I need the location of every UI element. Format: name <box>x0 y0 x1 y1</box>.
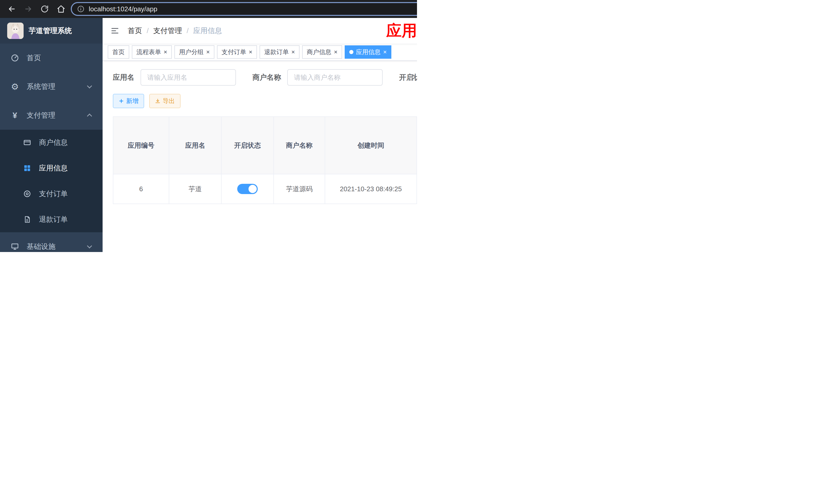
cell-app-id: 6 <box>113 174 169 204</box>
tab-close-icon[interactable] <box>383 49 387 55</box>
sidebar-item-label: 基础设施 <box>27 242 56 251</box>
plus-icon <box>118 98 124 104</box>
ring-icon <box>23 190 32 198</box>
app-name-input[interactable] <box>140 69 236 86</box>
sidebar-item-label: 首页 <box>27 53 41 63</box>
tab-close-icon[interactable] <box>334 49 337 55</box>
merchant-name-label: 商户名称 <box>253 72 281 82</box>
tab-close-icon[interactable] <box>163 49 167 55</box>
tab-label: 用户分组 <box>179 48 204 56</box>
merchant-name-input[interactable] <box>287 69 382 86</box>
status-toggle[interactable] <box>237 184 258 194</box>
page-content: 应用名 商户名称 开启状态 请选择开启状态 搜索 重置 <box>103 61 417 252</box>
cell-app-name: 芋道 <box>169 174 222 204</box>
table-row: 6 芋道 芋道源码 2021-10-23 08:49:25 <box>113 174 417 204</box>
col-app-name: 应用名 <box>169 117 222 174</box>
yen-icon <box>10 111 20 119</box>
tab-user-group[interactable]: 用户分组 <box>174 45 214 59</box>
tab-label: 商户信息 <box>307 48 331 56</box>
page-title: 应用列表 <box>386 21 417 41</box>
add-button-label: 新增 <box>126 97 138 105</box>
tab-home[interactable]: 首页 <box>108 45 129 59</box>
forward-icon <box>24 5 32 13</box>
col-created: 创建时间 <box>325 117 417 174</box>
app-title: 芋道管理系统 <box>29 26 72 36</box>
sidebar-item-app-info[interactable]: 应用信息 <box>0 155 103 181</box>
logo-avatar <box>7 23 24 39</box>
pagination: 共 1 条 10条/页 1 前往 页 <box>113 214 417 229</box>
app-shell: 芋道管理系统 首页 系统管理 支付管理 <box>0 18 417 252</box>
home-icon <box>57 5 65 13</box>
sidebar-item-system[interactable]: 系统管理 <box>0 72 103 101</box>
app-table-wrapper: 应用编号 应用名 开启状态 商户名称 创建时间 支付宝配置 微信配置 操作 支付… <box>113 116 417 204</box>
sidebar-item-pay-order[interactable]: 支付订单 <box>0 181 103 207</box>
sidebar-item-payment[interactable]: 支付管理 <box>0 101 103 130</box>
sidebar-item-infra[interactable]: 基础设施 <box>0 232 103 252</box>
hamburger-icon[interactable] <box>110 26 119 36</box>
sidebar-logo[interactable]: 芋道管理系统 <box>0 18 103 44</box>
breadcrumb-home[interactable]: 首页 <box>128 26 142 36</box>
tab-label: 应用信息 <box>356 48 380 56</box>
browser-back-button[interactable] <box>5 2 19 16</box>
active-tab-dot <box>349 50 353 54</box>
tab-label: 首页 <box>112 48 125 56</box>
cell-created: 2021-10-23 08:49:25 <box>325 174 417 204</box>
app-name-label: 应用名 <box>113 72 134 82</box>
reload-icon <box>41 5 49 13</box>
url-text: localhost:1024/pay/app <box>89 5 417 13</box>
main-area: 首页 / 支付管理 / 应用信息 应用列表 <box>103 18 417 252</box>
app-table: 应用编号 应用名 开启状态 商户名称 创建时间 支付宝配置 微信配置 操作 支付… <box>113 117 417 204</box>
tab-app-info[interactable]: 应用信息 <box>345 45 391 59</box>
tab-process-form[interactable]: 流程表单 <box>132 45 172 59</box>
site-info-icon[interactable] <box>77 5 85 13</box>
download-icon <box>155 98 160 104</box>
breadcrumb-separator: / <box>147 27 149 35</box>
sidebar: 芋道管理系统 首页 系统管理 支付管理 <box>0 18 103 252</box>
sidebar-item-label: 支付管理 <box>27 111 56 120</box>
col-merchant: 商户名称 <box>274 117 325 174</box>
back-icon <box>7 5 16 13</box>
tab-pay-order[interactable]: 支付订单 <box>217 45 257 59</box>
tab-close-icon[interactable] <box>291 49 295 55</box>
tab-label: 支付订单 <box>222 48 246 56</box>
chevron-up-icon <box>87 114 92 119</box>
breadcrumb-current: 应用信息 <box>193 26 222 36</box>
tab-close-icon[interactable] <box>249 49 253 55</box>
chevron-down-icon <box>87 243 92 248</box>
gear-icon <box>10 82 20 91</box>
cell-merchant: 芋道源码 <box>274 174 325 204</box>
browser-reload-button[interactable] <box>38 2 51 16</box>
sidebar-item-merchant-info[interactable]: 商户信息 <box>0 130 103 155</box>
sidebar-item-label: 支付订单 <box>39 189 68 199</box>
sidebar-item-label: 系统管理 <box>27 82 56 92</box>
tags-view-bar: 首页 流程表单 用户分组 支付订单 退款订单 <box>103 44 417 61</box>
browser-forward-button[interactable] <box>22 2 35 16</box>
breadcrumb: 首页 / 支付管理 / 应用信息 <box>128 26 222 36</box>
add-button[interactable]: 新增 <box>113 94 144 108</box>
document-icon <box>23 215 32 223</box>
sidebar-item-label: 退款订单 <box>39 214 68 224</box>
tab-label: 退款订单 <box>264 48 289 56</box>
export-button[interactable]: 导出 <box>149 94 180 108</box>
col-app-id: 应用编号 <box>113 117 169 174</box>
status-label: 开启状态 <box>399 72 417 82</box>
tab-close-icon[interactable] <box>206 49 210 55</box>
browser-toolbar: localhost:1024/pay/app 10 1 <box>0 0 417 18</box>
grid-icon <box>23 164 32 172</box>
breadcrumb-payment[interactable]: 支付管理 <box>153 26 182 36</box>
sidebar-item-label: 应用信息 <box>39 163 68 173</box>
application-window: localhost:1024/pay/app 10 1 <box>0 0 417 252</box>
address-bar[interactable]: localhost:1024/pay/app <box>71 2 417 16</box>
sidebar-item-home[interactable]: 首页 <box>0 44 103 72</box>
sidebar-item-refund-order[interactable]: 退款订单 <box>0 207 103 232</box>
payment-submenu: 商户信息 应用信息 支付订单 退款订单 <box>0 130 103 232</box>
chevron-down-icon <box>87 83 92 88</box>
tab-merchant-info[interactable]: 商户信息 <box>302 45 342 59</box>
sidebar-item-label: 商户信息 <box>39 138 68 147</box>
sidebar-menu: 首页 系统管理 支付管理 商户信息 <box>0 44 103 252</box>
tab-refund-order[interactable]: 退款订单 <box>260 45 300 59</box>
browser-home-button[interactable] <box>54 2 68 16</box>
monitor-icon <box>10 243 20 251</box>
bank-card-icon <box>23 138 32 147</box>
table-toolbar: 新增 导出 <box>113 94 417 108</box>
